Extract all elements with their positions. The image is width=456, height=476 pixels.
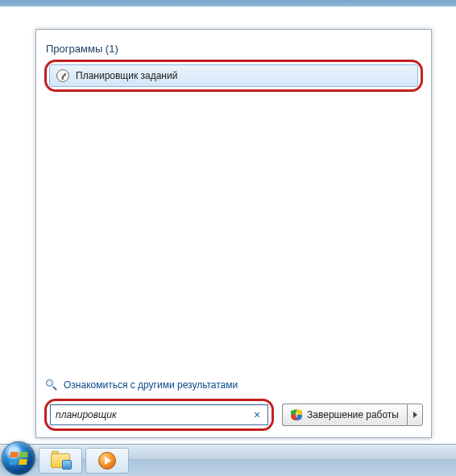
file-explorer-icon bbox=[51, 453, 70, 468]
results-section-header: Программы (1) bbox=[44, 38, 423, 58]
chevron-right-icon bbox=[413, 412, 417, 418]
see-more-results-label: Ознакомиться с другими результатами bbox=[64, 379, 238, 391]
start-button[interactable] bbox=[2, 441, 35, 475]
results-empty-area bbox=[44, 92, 423, 376]
start-menu-search-panel: Программы (1) Планировщик заданий Ознако… bbox=[35, 29, 432, 438]
start-menu-search-box[interactable]: × bbox=[50, 404, 268, 425]
top-result-highlight-ring: Планировщик заданий bbox=[44, 60, 423, 92]
shield-warning-icon bbox=[291, 409, 302, 420]
taskbar-pinned-media-player[interactable] bbox=[85, 448, 129, 474]
taskbar bbox=[0, 444, 456, 476]
clock-icon bbox=[56, 69, 69, 82]
clear-search-button[interactable]: × bbox=[251, 409, 263, 420]
shutdown-options-button[interactable] bbox=[407, 404, 423, 426]
shutdown-button[interactable]: Завершение работы bbox=[282, 404, 407, 426]
search-input[interactable] bbox=[56, 409, 251, 420]
see-more-results-link[interactable]: Ознакомиться с другими результатами bbox=[44, 376, 423, 399]
search-box-highlight-ring: × bbox=[44, 399, 274, 431]
search-result-task-scheduler[interactable]: Планировщик заданий bbox=[49, 64, 418, 87]
search-result-label: Планировщик заданий bbox=[76, 70, 177, 81]
media-player-icon bbox=[98, 452, 116, 470]
shutdown-button-label: Завершение работы bbox=[307, 409, 399, 420]
shutdown-split-button: Завершение работы bbox=[282, 404, 423, 426]
start-menu-bottom-row: × Завершение работы bbox=[44, 399, 423, 431]
magnifier-icon bbox=[46, 379, 57, 391]
taskbar-pinned-explorer[interactable] bbox=[39, 448, 82, 474]
desktop-background-strip bbox=[0, 0, 456, 6]
